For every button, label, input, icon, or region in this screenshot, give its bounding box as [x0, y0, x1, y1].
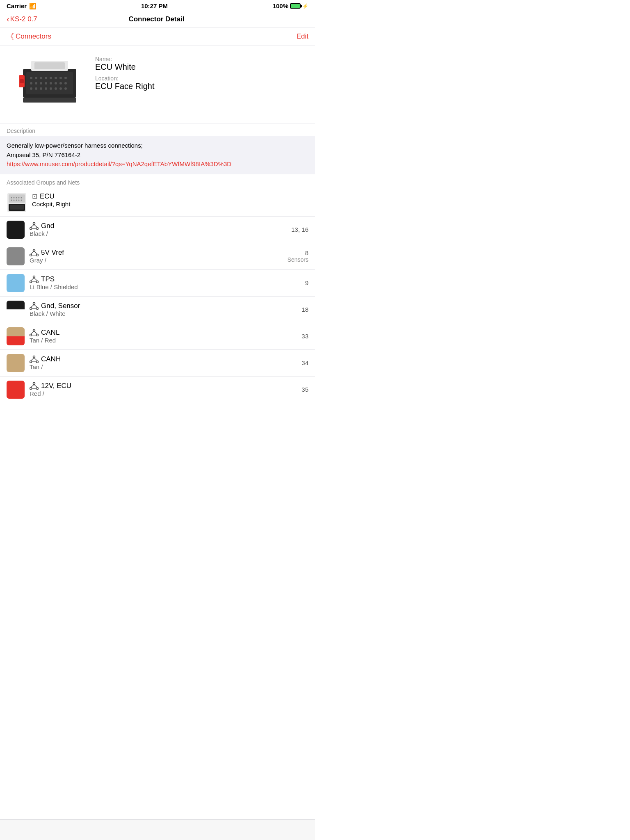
svg-point-57: [33, 276, 35, 278]
svg-point-8: [59, 77, 62, 79]
net-name-text-2: TPS: [41, 275, 55, 283]
net-pins-text-0: 13, 16: [291, 226, 308, 233]
net-pins-text-3: 18: [301, 306, 308, 313]
svg-point-69: [33, 329, 35, 331]
net-row-0[interactable]: Gnd Black / 13, 16: [0, 217, 315, 243]
svg-point-36: [18, 197, 20, 198]
net-row-6[interactable]: 12V, ECU Red / 35: [0, 377, 315, 403]
svg-rect-32: [9, 194, 25, 203]
description-text1: Generally low-power/sensor harness conne…: [7, 142, 143, 149]
net-name-1: 5V Vref: [30, 249, 275, 257]
network-icon: [30, 276, 39, 283]
svg-rect-27: [34, 62, 65, 69]
svg-line-49: [34, 225, 37, 228]
net-info-1: 5V Vref Gray /: [30, 249, 275, 264]
nav-title: Connector Detail: [128, 15, 184, 23]
net-name-text-4: CANL: [41, 329, 59, 337]
net-row-5[interactable]: CANH Tan / 34: [0, 350, 315, 377]
swatch-top: [7, 301, 25, 310]
net-color-1: Gray /: [30, 257, 275, 264]
breadcrumb-row: 《 Connectors Edit: [0, 27, 315, 46]
svg-point-14: [50, 82, 52, 84]
battery-percent: 100%: [273, 2, 288, 9]
connector-details: Name: ECU White Location: ECU Face Right: [89, 52, 155, 91]
description-link[interactable]: https://www.mouser.com/productdetail/?qs…: [7, 160, 231, 167]
net-group-1: Sensors: [288, 256, 308, 263]
svg-point-82: [30, 388, 32, 390]
connector-image: [11, 57, 84, 114]
svg-point-42: [21, 199, 22, 201]
svg-point-47: [37, 228, 39, 230]
breadcrumb-label: Connectors: [16, 32, 51, 41]
net-pins-text-2: 9: [305, 279, 308, 286]
net-row-2[interactable]: TPS Lt Blue / Shielded 9: [0, 270, 315, 297]
color-swatch-4: [7, 327, 25, 345]
net-color-2: Lt Blue / Shielded: [30, 283, 275, 290]
battery-icon: [290, 3, 301, 9]
color-swatch-2: [7, 274, 25, 292]
swatch-bottom: [7, 336, 25, 345]
net-color-0: Black /: [30, 230, 275, 237]
net-name-0: Gnd: [30, 222, 275, 230]
svg-rect-30: [23, 98, 76, 103]
net-pins-4: 33: [280, 333, 308, 340]
svg-point-20: [40, 87, 42, 90]
net-row-4[interactable]: CANL Tan / Red 33: [0, 323, 315, 350]
svg-point-17: [64, 82, 67, 84]
svg-line-60: [31, 278, 34, 281]
svg-point-6: [50, 77, 52, 79]
network-icon: [30, 382, 39, 390]
net-info-3: Gnd, Sensor Black / White: [30, 302, 275, 317]
net-color-4: Tan / Red: [30, 337, 275, 344]
svg-line-73: [34, 331, 37, 334]
status-right: 100% ⚡: [273, 2, 308, 9]
edit-button[interactable]: Edit: [297, 32, 308, 41]
svg-point-18: [30, 87, 32, 90]
status-bar: Carrier 📶 10:27 PM 100% ⚡: [0, 0, 315, 11]
svg-line-67: [34, 305, 37, 308]
svg-line-78: [31, 358, 34, 361]
connector-info-section: Name: ECU White Location: ECU Face Right: [0, 46, 315, 123]
net-pins-2: 9: [280, 279, 308, 286]
net-pins-text-4: 33: [301, 333, 308, 340]
network-icon: [30, 249, 39, 256]
net-color-5: Tan /: [30, 363, 275, 370]
net-name-2: TPS: [30, 275, 275, 283]
net-pins-1: 8 Sensors: [280, 249, 308, 263]
nav-back-label: KS-2 0.7: [10, 15, 37, 23]
network-icon: [30, 356, 39, 363]
svg-point-76: [30, 361, 32, 363]
net-pins-5: 34: [280, 359, 308, 366]
svg-point-22: [50, 87, 52, 90]
color-swatch-3: [7, 301, 25, 319]
net-name-4: CANL: [30, 329, 275, 337]
svg-rect-44: [10, 205, 24, 210]
net-info-0: Gnd Black /: [30, 222, 275, 237]
ecu-group-row[interactable]: ⊡ ECU Cockpit, Right: [0, 189, 315, 217]
net-row-3[interactable]: Gnd, Sensor Black / White 18: [0, 297, 315, 323]
svg-point-25: [64, 87, 67, 90]
network-icon: [30, 302, 39, 310]
net-pins-6: 35: [280, 386, 308, 393]
svg-point-24: [59, 87, 62, 90]
ecu-name: ⊡ ECU: [32, 192, 70, 201]
breadcrumb-back-button[interactable]: 《 Connectors: [7, 32, 51, 41]
svg-point-77: [37, 361, 39, 363]
charging-icon: ⚡: [302, 3, 308, 9]
svg-point-7: [55, 77, 57, 79]
svg-point-71: [37, 334, 39, 336]
svg-point-52: [30, 254, 32, 256]
description-section-label: Description: [0, 123, 315, 136]
status-left: Carrier 📶: [7, 2, 36, 9]
net-name-3: Gnd, Sensor: [30, 302, 275, 310]
net-pins-0: 13, 16: [280, 226, 308, 233]
svg-point-5: [45, 77, 47, 79]
nav-back-button[interactable]: ‹ KS-2 0.7: [7, 14, 37, 24]
ecu-info: ⊡ ECU Cockpit, Right: [32, 192, 70, 208]
net-info-4: CANL Tan / Red: [30, 329, 275, 344]
svg-line-54: [31, 251, 34, 254]
net-name-text-5: CANH: [41, 355, 61, 363]
svg-point-35: [16, 197, 17, 198]
wifi-icon: 📶: [29, 3, 36, 9]
net-row-1[interactable]: 5V Vref Gray / 8 Sensors: [0, 243, 315, 270]
